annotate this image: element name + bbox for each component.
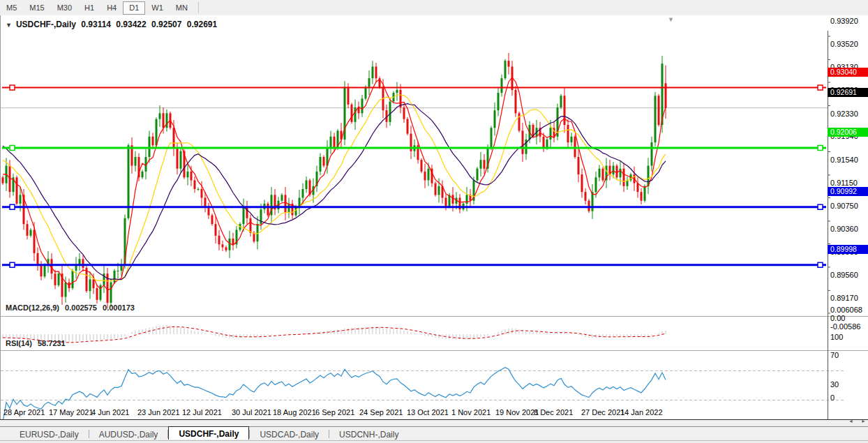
level-handle[interactable] [10, 85, 15, 90]
level-handle[interactable] [10, 262, 15, 267]
rsi-line [3, 368, 666, 422]
macd-signal-line [3, 326, 666, 343]
level-handle[interactable] [818, 262, 823, 267]
scroll-right-icon[interactable]: ► [861, 419, 866, 423]
timeframe-toolbar: M5M15M30H1H4D1W1MN [0, 0, 868, 16]
candles-group [2, 53, 667, 308]
scroll-left-icon[interactable]: ◄ [848, 419, 853, 423]
trading-terminal: M5M15M30H1H4D1W1MN ▼USDCHF-,Daily 0.9311… [0, 0, 868, 443]
timeframe-button-m15[interactable]: M15 [23, 1, 50, 15]
timeframe-button-w1[interactable]: W1 [145, 1, 170, 15]
timeframe-button-h1[interactable]: H1 [78, 1, 100, 15]
toolbar-separator [198, 2, 199, 13]
price-pane [1, 53, 828, 308]
tab-usdcad[interactable]: USDCAD-,Daily [250, 427, 329, 440]
level-handle[interactable] [818, 85, 823, 90]
ma-mid-line [3, 95, 666, 281]
level-handle[interactable] [10, 145, 15, 150]
level-handle[interactable] [818, 145, 823, 150]
candlestick-chart[interactable] [1, 31, 868, 435]
symbol-tabbar: EURUSD-,DailyAUDUSD-,DailyUSDCHF-,DailyU… [0, 426, 868, 440]
timeframe-button-m5[interactable]: M5 [0, 1, 23, 15]
level-handle[interactable] [818, 204, 823, 209]
rsi-pane [3, 368, 666, 422]
chart-region[interactable] [0, 15, 868, 420]
level-handle[interactable] [10, 204, 15, 209]
timeframe-button-m30[interactable]: M30 [51, 1, 78, 15]
tab-audusd[interactable]: AUDUSD-,Daily [89, 427, 168, 440]
horizontal-scrollbar[interactable]: ◄ ► [0, 420, 868, 426]
macd-pane [3, 325, 666, 343]
ma-fast-line [3, 77, 666, 290]
tab-eurusd[interactable]: EURUSD-,Daily [10, 427, 89, 440]
timeframe-button-mn[interactable]: MN [170, 1, 194, 15]
tab-usdcnh[interactable]: USDCNH-,Daily [329, 427, 408, 440]
statusbar-filler [0, 440, 868, 443]
timeframe-button-d1[interactable]: D1 [123, 1, 145, 15]
tab-usdchf[interactable]: USDCHF-,Daily [168, 426, 249, 440]
timeframe-button-h4[interactable]: H4 [100, 1, 123, 15]
